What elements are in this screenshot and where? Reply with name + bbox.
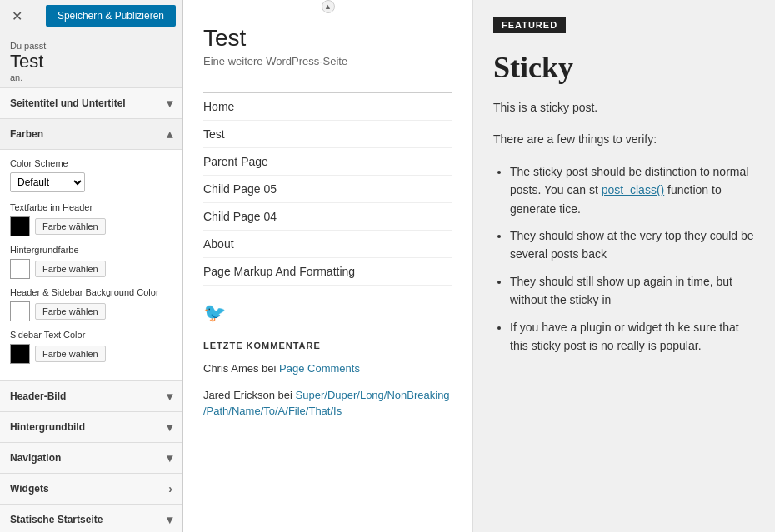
hintergrundfarbe-color-row: Farbe wählen	[10, 259, 172, 279]
comment-author-2: Jared Erickson	[203, 389, 275, 401]
farben-label: Farben	[10, 128, 43, 140]
seitentitel-label: Seitentitel und Untertitel	[10, 97, 126, 109]
farben-chevron-icon: ▴	[167, 127, 172, 141]
sidebar-text-color-row: Sidebar Text Color Farbe wählen	[10, 330, 172, 364]
hintergrundfarbe-row: Hintergrundfarbe Farbe wählen	[10, 245, 172, 279]
preview-site-title: Test	[203, 25, 452, 52]
color-scheme-label: Color Scheme	[10, 158, 172, 168]
post-class-link[interactable]: post_class()	[602, 183, 664, 196]
seitentitel-section-header[interactable]: Seitentitel und Untertitel ▾	[0, 88, 182, 119]
nav-item-parent-page[interactable]: Parent Page	[203, 148, 452, 176]
nav-item-page-markup[interactable]: Page Markup And Formatting	[203, 258, 452, 286]
featured-badge: FEATURED	[493, 17, 566, 33]
header-sidebar-row: Header & Sidebar Background Color Farbe …	[10, 287, 172, 321]
close-button[interactable]: ✕	[7, 7, 28, 26]
statische-startseite-label: Statische Startseite	[10, 514, 102, 525]
comment-connector-1: bei	[262, 362, 279, 375]
sidebar-text-color-row-inner: Farbe wählen	[10, 344, 172, 364]
site-title-label: Test	[10, 51, 172, 72]
scroll-up-indicator[interactable]: ▲	[322, 0, 335, 13]
comment-link-1[interactable]: Page Com­ments	[279, 362, 360, 375]
textfarbe-label: Textfarbe im Header	[10, 202, 172, 212]
hintergrundfarbe-label: Hintergrundfarbe	[10, 245, 172, 255]
widgets-label: Widgets	[10, 483, 49, 495]
du-passt-an: an.	[10, 72, 172, 82]
preview-nav: Home Test Parent Page Child Page 05 Chil…	[203, 92, 452, 286]
top-bar: ✕ Speichern & Publizieren	[0, 0, 182, 32]
nav-item-child-page-04[interactable]: Child Page 04	[203, 203, 452, 231]
color-scheme-select[interactable]: Default Dark Light	[10, 172, 85, 192]
letzte-kommentare-title: LETZTE KOMMENTARE	[203, 341, 452, 351]
textfarbe-color-row: Farbe wählen	[10, 216, 172, 236]
header-bild-arrow-icon: ▾	[167, 390, 172, 403]
navigation-label: Navigation	[10, 452, 61, 464]
nav-item-child-page-05[interactable]: Child Page 05	[203, 176, 452, 203]
preview-tagline: Eine weitere WordPress-Seite	[203, 55, 452, 67]
header-sidebar-swatch[interactable]	[10, 301, 30, 321]
comment-connector-2: bei	[278, 389, 296, 401]
hintergrundbild-arrow-icon: ▾	[167, 420, 172, 434]
header-sidebar-color-row: Farbe wählen	[10, 301, 172, 321]
statische-startseite-arrow-icon: ▾	[167, 513, 172, 526]
textfarbe-row: Textfarbe im Header Farbe wählen	[10, 202, 172, 236]
statische-startseite-section[interactable]: Statische Startseite ▾	[0, 505, 182, 532]
twitter-icon[interactable]: 🐦	[203, 302, 452, 324]
sidebar-text-swatch[interactable]	[10, 344, 30, 364]
middle-panel: ▲ Test Eine weitere WordPress-Seite Home…	[183, 0, 473, 532]
widgets-arrow-icon: ›	[168, 482, 172, 495]
nav-item-about[interactable]: About	[203, 231, 452, 258]
comment-author-1: Chris Ames	[203, 362, 258, 375]
header-bild-label: Header-Bild	[10, 390, 66, 402]
right-panel: FEATURED Sticky This is a sticky post. T…	[473, 0, 775, 532]
du-passt-label: Du passt	[10, 41, 172, 51]
list-item: They should show at the very top they co…	[510, 226, 755, 264]
left-panel: ✕ Speichern & Publizieren Du passt Test …	[0, 0, 183, 532]
sticky-sub: There are a few things to verify:	[493, 130, 755, 148]
seitentitel-chevron-icon: ▾	[167, 97, 172, 110]
sticky-post-title: Sticky	[493, 50, 755, 85]
hintergrundfarbe-swatch[interactable]	[10, 259, 30, 279]
farben-section-header[interactable]: Farben ▴	[0, 119, 182, 150]
nav-item-home[interactable]: Home	[203, 93, 452, 121]
color-scheme-row: Color Scheme Default Dark Light	[10, 158, 172, 192]
hintergrundfarbe-btn[interactable]: Farbe wählen	[35, 261, 106, 277]
list-item: The sticky post should be distinc­tion t…	[510, 162, 755, 218]
list-item: They should still show up again in time,…	[510, 272, 755, 310]
navigation-arrow-icon: ▾	[167, 451, 172, 465]
nav-item-test[interactable]: Test	[203, 121, 452, 148]
header-bild-section[interactable]: Header-Bild ▾	[0, 381, 182, 412]
sticky-intro: This is a sticky post.	[493, 98, 755, 117]
navigation-section[interactable]: Navigation ▾	[0, 443, 182, 474]
header-sidebar-label: Header & Sidebar Background Color	[10, 287, 172, 297]
sticky-list: The sticky post should be distinc­tion t…	[493, 162, 755, 355]
sidebar-text-color-label: Sidebar Text Color	[10, 330, 172, 340]
farben-content: Color Scheme Default Dark Light Textfarb…	[0, 150, 182, 381]
hintergrundbild-label: Hintergrundbild	[10, 421, 85, 433]
preview-content: Test Eine weitere WordPress-Seite Home T…	[183, 0, 472, 450]
publish-button[interactable]: Speichern & Publizieren	[46, 5, 176, 27]
header-sidebar-btn[interactable]: Farbe wählen	[35, 303, 106, 320]
letzte-kommentare: LETZTE KOMMENTARE Chris Ames bei Page Co…	[203, 341, 452, 420]
comment-item-2: Jared Erickson bei Super/Du­per/Long/Non…	[203, 387, 452, 420]
widgets-section[interactable]: Widgets ›	[0, 474, 182, 505]
hintergrundbild-section[interactable]: Hintergrundbild ▾	[0, 412, 182, 443]
comment-item-1: Chris Ames bei Page Com­ments	[203, 360, 452, 377]
textfarbe-swatch[interactable]	[10, 216, 30, 236]
sidebar-text-btn[interactable]: Farbe wählen	[35, 346, 106, 362]
du-passt-section: Du passt Test an.	[0, 32, 182, 88]
textfarbe-btn[interactable]: Farbe wählen	[35, 218, 106, 235]
list-item: If you have a plugin or widget th ke sur…	[510, 318, 755, 355]
